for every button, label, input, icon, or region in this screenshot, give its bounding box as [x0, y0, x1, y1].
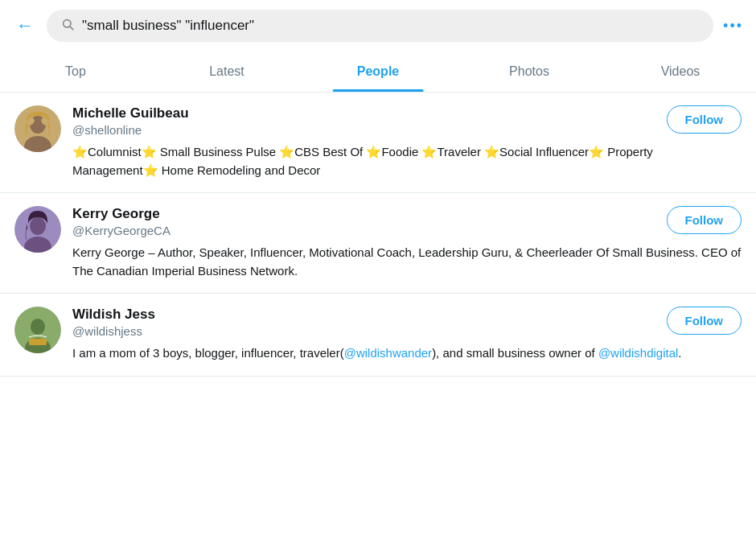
name-handle-kerry: Kerry George @KerryGeorgeCA	[72, 206, 171, 237]
bio-michelle: ⭐Columnist⭐ Small Business Pulse ⭐CBS Be…	[72, 143, 742, 179]
avatar-kerry	[14, 206, 61, 253]
bio-wildish: I am a mom of 3 boys, blogger, influence…	[72, 344, 742, 363]
follow-button-kerry[interactable]: Follow	[667, 206, 742, 234]
person-card-wildish: Wildish Jess @wildishjess Follow I am a …	[0, 294, 756, 377]
mention-wildishdigital[interactable]: @wildishdigital	[598, 346, 678, 360]
people-list: Michelle Guilbeau @shellonline Follow ⭐C…	[0, 93, 756, 377]
bio-kerry: Kerry George – Author, Speaker, Influenc…	[72, 244, 742, 280]
person-handle-michelle[interactable]: @shellonline	[72, 123, 189, 137]
person-card-michelle: Michelle Guilbeau @shellonline Follow ⭐C…	[0, 93, 756, 193]
tab-photos[interactable]: Photos	[454, 51, 605, 92]
name-handle-wildish: Wildish Jess @wildishjess	[72, 307, 155, 338]
tab-people[interactable]: People	[302, 51, 454, 92]
person-handle-wildish[interactable]: @wildishjess	[72, 324, 155, 338]
person-name-wildish: Wildish Jess	[72, 307, 155, 323]
search-bar[interactable]: "small business" "influencer"	[47, 10, 713, 42]
tab-latest[interactable]: Latest	[151, 51, 302, 92]
card-body-kerry: Kerry George @KerryGeorgeCA Follow Kerry…	[72, 206, 742, 280]
header: ← "small business" "influencer" •••	[0, 0, 756, 51]
svg-point-8	[30, 217, 46, 235]
tab-bar: Top Latest People Photos Videos	[0, 51, 756, 93]
card-body-wildish: Wildish Jess @wildishjess Follow I am a …	[72, 307, 742, 363]
avatar-wildish	[14, 307, 61, 353]
more-options-button[interactable]: •••	[723, 18, 743, 35]
avatar-michelle	[14, 105, 61, 152]
name-handle-michelle: Michelle Guilbeau @shellonline	[72, 105, 189, 137]
search-query: "small business" "influencer"	[82, 18, 254, 34]
follow-button-michelle[interactable]: Follow	[667, 105, 742, 134]
svg-point-11	[31, 319, 45, 335]
card-body-michelle: Michelle Guilbeau @shellonline Follow ⭐C…	[72, 105, 742, 179]
name-row-michelle: Michelle Guilbeau @shellonline Follow	[72, 105, 742, 137]
svg-line-1	[70, 27, 73, 30]
svg-rect-13	[29, 339, 47, 345]
person-name-kerry: Kerry George	[72, 206, 171, 222]
search-icon	[61, 18, 74, 34]
tab-videos[interactable]: Videos	[605, 51, 756, 92]
follow-button-wildish[interactable]: Follow	[667, 307, 742, 335]
name-row-kerry: Kerry George @KerryGeorgeCA Follow	[72, 206, 742, 237]
person-card-kerry: Kerry George @KerryGeorgeCA Follow Kerry…	[0, 193, 756, 294]
name-row-wildish: Wildish Jess @wildishjess Follow	[72, 307, 742, 338]
tab-top[interactable]: Top	[0, 51, 151, 92]
back-button[interactable]: ←	[13, 12, 37, 39]
person-handle-kerry[interactable]: @KerryGeorgeCA	[72, 224, 171, 237]
mention-wildishwander[interactable]: @wildishwander	[344, 346, 432, 360]
person-name-michelle: Michelle Guilbeau	[72, 105, 189, 121]
